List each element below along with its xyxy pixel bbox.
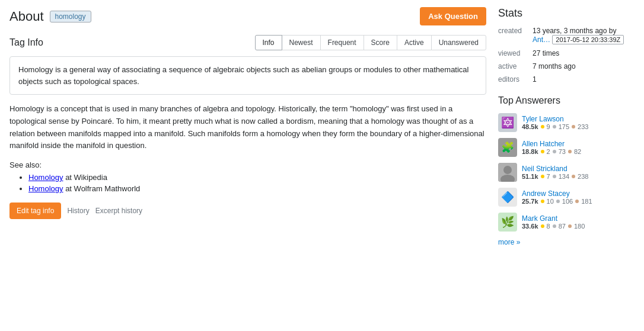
answerer-item-3: Neil Strickland 51.1k 7 134 238 [498,163,635,182]
excerpt-history-link[interactable]: Excerpt history [95,207,142,215]
avatar-neil [498,163,517,182]
answerer-info-andrew: Andrew Stacey 25.7k 10 106 181 [522,189,592,205]
edit-tag-info-button[interactable]: Edit tag info [9,203,61,219]
rep-score: 51.1k [522,173,538,180]
ask-question-button[interactable]: Ask Question [420,7,486,25]
wolfram-link[interactable]: Homology [28,184,63,193]
tab-score[interactable]: Score [364,35,397,50]
excerpt-text: Homology is a general way of associating… [18,64,477,87]
stats-value-editors: 1 [533,75,537,83]
stats-title: Stats [498,7,635,20]
stats-label-editors: editors [498,75,528,83]
silver-dot [553,125,556,128]
tab-newest[interactable]: Newest [282,35,321,50]
answerer-rep-allen: 18.8k 2 73 82 [522,148,581,155]
page-title: About [9,9,44,24]
avatar-andrew: 🔷 [498,188,517,207]
answerer-item-2: 🧩 Allen Hatcher 18.8k 2 73 82 [498,138,635,157]
bronze-dot [572,125,575,128]
created-tooltip: 2017-05-12 20:33:39Z [552,35,624,44]
silver-dot [553,175,556,178]
answerer-info-mark: Mark Grant 33.6k 8 87 180 [522,214,585,230]
silver-dot [556,200,560,203]
tag-badge: homology [50,11,91,23]
gold-dot [541,224,544,228]
rep-score: 25.7k [522,198,538,205]
bronze-dot [568,224,572,228]
history-link[interactable]: History [67,207,89,215]
answerer-info-tyler: Tyler Lawson 48.5k 9 175 233 [522,115,588,130]
answerer-rep-neil: 51.1k 7 134 238 [522,173,588,180]
stats-label-active: active [498,62,528,70]
stats-table: created 13 years, 3 months ago by Ant… 2… [498,27,635,83]
answerer-rep-mark: 33.6k 8 87 180 [522,223,585,230]
stats-value-created: 13 years, 3 months ago by Ant… 2017-05-1… [533,27,635,44]
answerer-name-neil[interactable]: Neil Strickland [522,165,588,173]
description: Homology is a concept that is used in ma… [9,103,486,152]
stats-row-active: active 7 months ago [498,62,635,70]
wikipedia-link[interactable]: Homology [28,173,63,182]
tag-info-title: Tag Info [9,37,43,48]
footer-actions: Edit tag info History Excerpt history [9,203,486,219]
svg-point-1 [503,166,512,174]
gold-dot [541,125,544,128]
avatar-mark: 🌿 [498,213,517,232]
tab-active[interactable]: Active [397,35,432,50]
answerer-item-4: 🔷 Andrew Stacey 25.7k 10 106 181 [498,188,635,207]
tab-info[interactable]: Info [255,35,282,50]
answerer-name-andrew[interactable]: Andrew Stacey [522,189,592,198]
list-item: Homology at Wolfram Mathworld [28,184,486,193]
answerer-name-allen[interactable]: Allen Hatcher [522,140,581,148]
stats-row-editors: editors 1 [498,75,635,83]
list-item: Homology at Wikipedia [28,173,486,182]
avatar-allen: 🧩 [498,138,517,157]
bronze-dot [568,150,572,153]
gold-dot [541,200,544,203]
answerer-item-1: 🔯 Tyler Lawson 48.5k 9 175 233 [498,113,635,132]
answerer-name-mark[interactable]: Mark Grant [522,214,585,223]
silver-dot [553,150,556,153]
gold-dot [541,150,544,153]
avatar-tyler: 🔯 [498,113,517,132]
stats-row-viewed: viewed 27 times [498,49,635,57]
answerer-item-5: 🌿 Mark Grant 33.6k 8 87 180 [498,213,635,232]
bronze-dot [575,200,579,203]
silver-dot [553,224,556,228]
wikipedia-suffix: at Wikipedia [63,173,107,182]
answerer-name-tyler[interactable]: Tyler Lawson [522,115,588,123]
more-link[interactable]: more » [498,238,520,246]
answerer-rep-tyler: 48.5k 9 175 233 [522,123,588,130]
see-also-label: See also: [9,160,486,169]
avatar-photo-neil [498,163,517,182]
tab-frequent[interactable]: Frequent [320,35,364,50]
tab-bar: Info Newest Frequent Score Active Unansw… [255,35,486,50]
description-paragraph: Homology is a concept that is used in ma… [9,103,486,152]
see-also-list: Homology at Wikipedia Homology at Wolfra… [9,173,486,193]
tab-unanswered[interactable]: Unanswered [431,35,486,50]
rep-score: 48.5k [522,123,538,130]
answerer-info-allen: Allen Hatcher 18.8k 2 73 82 [522,140,581,155]
stats-label-viewed: viewed [498,49,528,57]
stats-label-created: created [498,27,528,35]
stats-value-active: 7 months ago [533,62,576,70]
excerpt-box: Homology is a general way of associating… [9,56,486,95]
see-also-section: See also: Homology at Wikipedia Homology… [9,160,486,193]
stats-value-viewed: 27 times [533,49,559,57]
stats-row-created: created 13 years, 3 months ago by Ant… 2… [498,27,635,44]
top-answerers-title: Top Answerers [498,95,635,106]
answerer-rep-andrew: 25.7k 10 106 181 [522,198,592,205]
bronze-dot [572,175,575,178]
answerer-info-neil: Neil Strickland 51.1k 7 134 238 [522,165,588,180]
rep-score: 33.6k [522,223,538,230]
creator-link[interactable]: Ant… [533,36,550,44]
wolfram-suffix: at Wolfram Mathworld [63,184,141,193]
gold-dot [541,175,544,178]
rep-score: 18.8k [522,148,538,155]
